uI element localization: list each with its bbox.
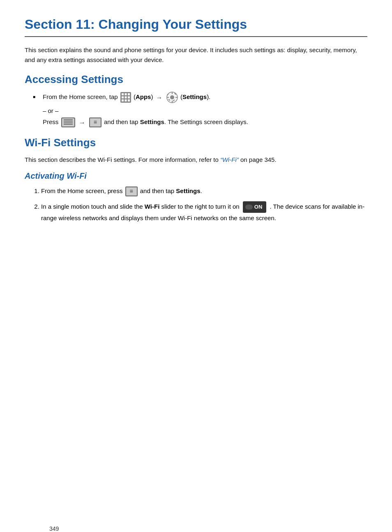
wifi-desc-before: This section describes the Wi-Fi setting… (25, 156, 219, 163)
svg-rect-3 (128, 93, 130, 95)
settings-label: Settings (182, 93, 207, 100)
bullet-1-text-before: From the Home screen, tap (43, 93, 118, 100)
svg-rect-13 (172, 101, 173, 103)
on-label: ON (254, 203, 263, 212)
svg-rect-15 (175, 97, 178, 98)
activating-wifi-heading: Activating Wi-Fi (25, 171, 367, 181)
page-title: Section 11: Changing Your Settings (25, 16, 367, 32)
step-1: From the Home screen, press and then tap… (41, 186, 367, 196)
wifi-desc-after: on page 345. (240, 156, 277, 163)
step2-slider-text: slider to the right to turn it on (161, 203, 240, 210)
wifi-description: This section describes the Wi-Fi setting… (25, 155, 367, 165)
step1-menu-icon (125, 187, 138, 196)
step1-settings-bold: Settings (176, 187, 200, 194)
wifi-on-badge: ON (243, 201, 267, 213)
settings-icon (166, 92, 178, 103)
menu-button-icon (61, 117, 75, 127)
step2-wifi-bold: Wi-Fi (145, 203, 160, 210)
step-2: In a single motion touch and slide the W… (41, 201, 367, 223)
intro-text: This section explains the sound and phon… (25, 45, 367, 65)
step1-and-tap: and then tap (140, 187, 174, 194)
arrow-icon-2: → (79, 117, 85, 128)
title-divider (25, 36, 367, 37)
page-number: 349 (49, 525, 59, 532)
press-text-and-tap: and then tap (104, 118, 138, 125)
svg-rect-1 (122, 93, 124, 95)
svg-rect-6 (128, 97, 130, 99)
svg-point-11 (170, 95, 174, 99)
svg-rect-12 (172, 92, 173, 94)
activating-wifi-steps: From the Home screen, press and then tap… (25, 186, 367, 223)
press-line: Press → and then tap Settings. The Setti… (43, 117, 367, 128)
step1-end: . (201, 187, 202, 194)
svg-rect-2 (125, 93, 127, 95)
svg-rect-4 (122, 97, 124, 99)
wifi-settings-section: Wi-Fi Settings This section describes th… (25, 136, 367, 223)
svg-rect-5 (125, 97, 127, 99)
wifi-settings-heading: Wi-Fi Settings (25, 136, 367, 149)
accessing-settings-heading: Accessing Settings (25, 73, 367, 86)
svg-rect-14 (167, 97, 169, 98)
or-line: – or – (43, 107, 367, 114)
list-icon (89, 117, 101, 127)
press-settings-bold: Settings (140, 118, 164, 125)
page-wrapper: Section 11: Changing Your Settings This … (25, 16, 367, 532)
accessing-settings-list: From the Home screen, tap (Apps) → (25, 92, 367, 103)
arrow-icon-1: → (156, 92, 163, 103)
press-text-before: Press (43, 118, 58, 125)
apps-label: Apps (136, 93, 151, 100)
step1-text-before: From the Home screen, press (41, 187, 122, 194)
svg-rect-7 (122, 99, 124, 101)
press-line-end: . The Settings screen displays. (164, 118, 248, 125)
bullet-item-1: From the Home screen, tap (Apps) → (33, 92, 367, 103)
svg-rect-8 (125, 99, 127, 101)
wifi-link: “Wi-Fi” (220, 156, 239, 163)
apps-icon (120, 92, 131, 103)
step2-text-before: In a single motion touch and slide the (41, 203, 143, 210)
svg-rect-9 (128, 99, 130, 101)
toggle-track (245, 205, 253, 210)
